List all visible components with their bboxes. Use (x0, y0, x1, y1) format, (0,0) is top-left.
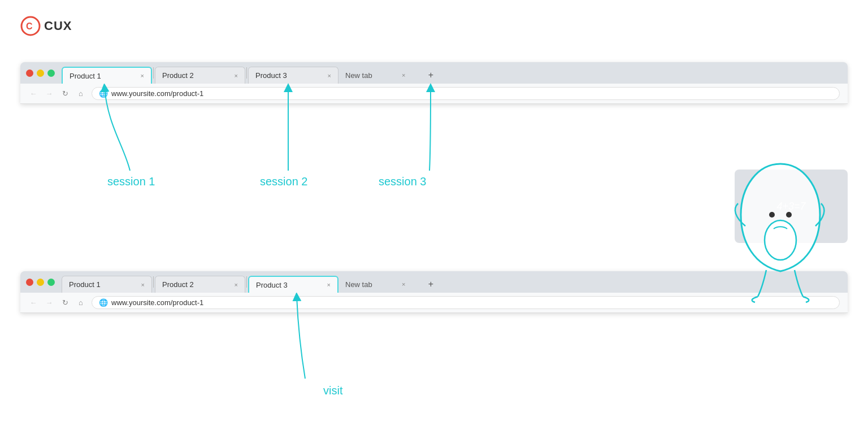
new-tab-close-2[interactable]: × (402, 281, 405, 288)
tab-close-1[interactable]: × (141, 72, 144, 79)
logo-text: CUX (44, 19, 72, 33)
tab-product2-browser1[interactable]: Product 2 × (155, 67, 245, 84)
globe-icon-2: 🌐 (99, 298, 108, 307)
url-text-2: www.yoursite.com/product-1 (111, 298, 203, 307)
new-tab-label-2: New tab (345, 280, 372, 289)
browser-addressbar-1: ← → ↻ ⌂ 🌐 www.yoursite.com/product-1 (20, 84, 848, 104)
address-bar-1[interactable]: 🌐 www.yoursite.com/product-1 (92, 87, 840, 100)
traffic-light-yellow-1 (37, 70, 44, 77)
tab-product3-browser2[interactable]: Product 3 × (248, 276, 338, 293)
tab-close-2[interactable]: × (235, 72, 238, 79)
svg-point-4 (786, 212, 792, 218)
back-button-2[interactable]: ← (28, 298, 38, 308)
globe-icon-1: 🌐 (99, 89, 108, 98)
traffic-light-green-2 (47, 279, 55, 286)
session1-label: session 1 (107, 175, 155, 188)
tab-close-3[interactable]: × (328, 72, 331, 79)
new-tab-label: New tab (345, 71, 372, 80)
traffic-light-red-2 (26, 279, 33, 286)
cux-logo-icon: C (20, 16, 41, 36)
tab-label: Product 1 (69, 280, 137, 289)
url-text-1: www.yoursite.com/product-1 (111, 89, 203, 98)
back-button-1[interactable]: ← (28, 89, 38, 99)
traffic-lights-1 (26, 70, 55, 77)
session3-label: session 3 (379, 175, 427, 188)
tab-label: Product 3 (255, 71, 323, 80)
tab-separator-2 (246, 67, 247, 79)
tab-separator-1 (153, 67, 154, 79)
tab-close-b2-1[interactable]: × (141, 281, 145, 288)
session2-label: session 2 (260, 175, 308, 188)
tab-product2-browser2[interactable]: Product 2 × (155, 276, 245, 293)
tab-product1-browser2[interactable]: Product 1 × (62, 276, 152, 293)
logo: C CUX (20, 16, 72, 36)
reload-button-1[interactable]: ↻ (60, 89, 70, 99)
reload-button-2[interactable]: ↻ (60, 298, 70, 308)
tab-separator-b2-1 (153, 276, 154, 288)
tab-label: Product 1 (70, 72, 136, 80)
new-tab-browser2[interactable]: New tab × + (338, 276, 440, 293)
browser-tab-bar-1: Product 1 × Product 2 × Product 3 × New … (20, 62, 848, 84)
tab-label: Product 3 (256, 281, 323, 289)
svg-text:C: C (26, 21, 33, 31)
forward-button-1[interactable]: → (44, 89, 54, 99)
avocado-character (724, 153, 837, 305)
tab-close-b2-2[interactable]: × (235, 281, 238, 288)
visit-label: visit (323, 384, 342, 397)
traffic-lights-2 (26, 279, 55, 286)
tab-product1-browser1[interactable]: Product 1 × (62, 67, 152, 84)
tab-label: Product 2 (162, 280, 230, 289)
traffic-light-yellow-2 (37, 279, 44, 286)
forward-button-2[interactable]: → (44, 298, 54, 308)
tab-separator-b2-2 (246, 276, 247, 288)
tab-product3-browser1[interactable]: Product 3 × (248, 67, 338, 84)
new-tab-plus[interactable]: + (428, 70, 433, 80)
svg-point-3 (769, 212, 775, 218)
browser-mockup-1: Product 1 × Product 2 × Product 3 × New … (20, 62, 848, 104)
traffic-light-red-1 (26, 70, 33, 77)
new-tab-browser1[interactable]: New tab × + (338, 67, 440, 84)
tab-close-b2-3[interactable]: × (327, 281, 331, 288)
new-tab-plus-2[interactable]: + (428, 279, 433, 289)
traffic-light-green-1 (47, 70, 55, 77)
new-tab-close[interactable]: × (402, 72, 405, 79)
home-button-1[interactable]: ⌂ (76, 89, 86, 99)
tab-label: Product 2 (162, 71, 230, 80)
home-button-2[interactable]: ⌂ (76, 298, 86, 308)
tabs-row-1: Product 1 × Product 2 × Product 3 × New … (62, 62, 842, 84)
